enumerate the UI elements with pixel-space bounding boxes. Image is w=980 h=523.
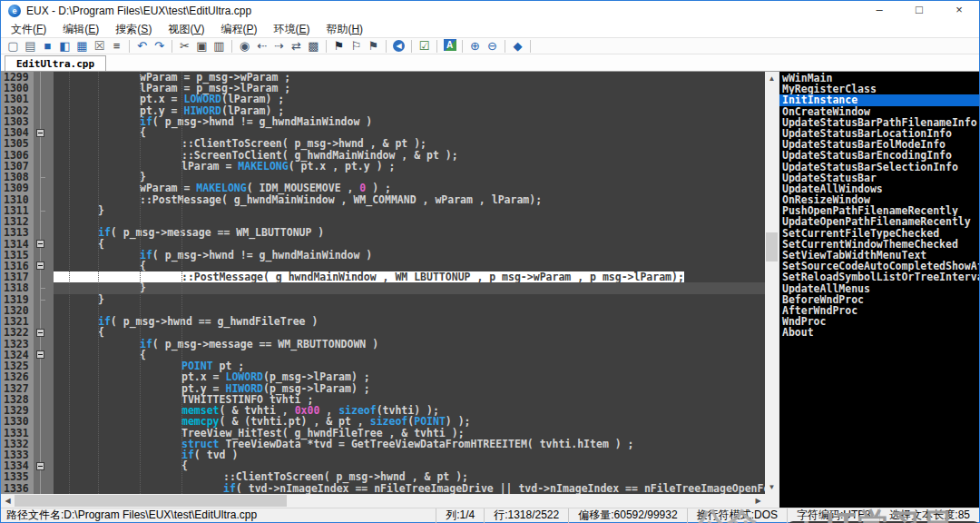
menu-view[interactable]: 视图(V) (160, 21, 212, 37)
symbol-list-item[interactable]: UpdateAllWindows (779, 183, 979, 194)
fold-cell[interactable] (34, 261, 54, 271)
code-line[interactable]: if( p_msg->message == WM_LBUTTONUP ) (54, 227, 765, 238)
zoom-out-button[interactable]: ⊖ (484, 38, 501, 54)
save-all-button[interactable]: ▦ (74, 38, 91, 54)
symbol-list-item[interactable]: UpdateOpenPathFilenameRecently (779, 216, 979, 227)
fold-collapse-icon[interactable] (36, 262, 44, 270)
code-line[interactable]: ::ScreenToClient( g_hwndMainWindow , & p… (54, 150, 765, 161)
fold-collapse-icon[interactable] (36, 329, 44, 337)
fold-collapse-icon[interactable] (36, 350, 44, 359)
symbol-list-item[interactable]: PushOpenPathFilenameRecently (779, 205, 979, 216)
previous-bookmark-button[interactable]: ⚐ (348, 38, 365, 54)
menu-search[interactable]: 搜索(S) (107, 21, 160, 37)
symbol-list-item[interactable]: About (779, 327, 979, 338)
fold-cell[interactable] (34, 239, 54, 250)
code-line[interactable]: } (54, 205, 765, 216)
symbol-list-item[interactable]: MyRegisterClass (779, 84, 979, 94)
code-line[interactable]: POINT pt ; (54, 360, 765, 371)
fold-cell[interactable] (34, 127, 54, 138)
next-bookmark-button[interactable]: ⚑ (365, 38, 382, 54)
symbol-list-item[interactable]: wWinMain (779, 73, 979, 84)
code-line[interactable]: { (54, 350, 765, 360)
close-button[interactable]: × (939, 1, 979, 21)
code-line[interactable]: if( p_msg->hwnd == g_hwndFileTree ) (54, 316, 765, 327)
code-line[interactable]: } (54, 282, 765, 293)
symbol-list-item[interactable]: InitInstance (779, 94, 979, 105)
replace-button[interactable]: ⇄ (288, 38, 305, 54)
find-button[interactable]: ◉ (236, 38, 253, 54)
undo-button[interactable]: ↶ (133, 38, 151, 54)
code-line[interactable]: if( p_msg->hwnd != g_hwndMainWindow ) (54, 250, 765, 261)
symbol-list-item[interactable]: UpdateStatusBarPathFilenameInfo (779, 117, 979, 128)
symbol-list-item[interactable]: SetCurrentFileTypeChecked (779, 228, 979, 239)
symbol-list-item[interactable]: SetCurrentWindowThemeChecked (779, 239, 979, 250)
symbol-list-item[interactable]: OnResizeWindow (779, 194, 979, 205)
scroll-up-arrow-icon[interactable]: ▲ (765, 72, 779, 85)
about-button[interactable]: ◆ (509, 38, 526, 54)
find-next-button[interactable]: ⇢ (270, 38, 288, 54)
fold-cell[interactable] (34, 327, 54, 338)
symbol-list-item[interactable]: UpdateStatusBarEncodingInfo (779, 150, 979, 161)
code-line[interactable]: if( tvd ) (54, 449, 765, 460)
scroll-left-arrow-icon[interactable]: ◀ (1, 494, 15, 508)
symbol-list-item[interactable]: UpdateStatusBarSelectionInfo (779, 162, 979, 173)
cut-button[interactable]: ✂ (176, 38, 193, 54)
minimize-button[interactable]: – (859, 1, 899, 21)
symbol-list-item[interactable]: WndProc (779, 316, 979, 327)
new-file-button[interactable]: ▢ (5, 38, 22, 54)
code-line[interactable]: struct TreeViewData *tvd = GetTreeViewDa… (54, 439, 765, 449)
close-file-button[interactable]: ☒ (91, 38, 108, 54)
line-ending-settings-button[interactable]: ☑ (416, 38, 433, 54)
code-text[interactable]: wParam = p_msg->wParam ;lParam = p_msg->… (54, 72, 765, 494)
code-line[interactable]: lParam = MAKELONG( pt.x , pt.y ) ; (54, 161, 765, 172)
file-list-button[interactable]: ≡ (108, 38, 125, 54)
symbol-list-item[interactable]: UpdateStatusBar (779, 173, 979, 183)
code-line[interactable]: if( p_msg->hwnd != g_hwndMainWindow ) (54, 116, 765, 127)
code-line[interactable]: if( tvd->nImageIndex == nFileTreeImageDr… (54, 483, 765, 494)
symbol-list-item[interactable]: AfterWndProc (779, 305, 979, 316)
menu-help[interactable]: 帮助(H) (318, 21, 371, 37)
symbol-list-item[interactable]: UpdateStatusBarLocationInfo (779, 128, 979, 139)
open-file-button[interactable]: ▤ (22, 38, 39, 54)
save-as-button[interactable]: ◧ (56, 38, 74, 54)
code-line[interactable]: ::PostMessage( g_hwndMainWindow , WM_LBU… (54, 271, 765, 282)
copy-button[interactable]: ▣ (193, 38, 211, 54)
paste-button[interactable]: ▥ (211, 38, 228, 54)
fold-collapse-icon[interactable] (36, 129, 44, 137)
horizontal-scroll-thumb[interactable] (15, 495, 287, 507)
syntax-highlighting-button[interactable]: A (441, 38, 458, 54)
toggle-bookmark-button[interactable]: ⚑ (330, 38, 348, 54)
tab-editultra-cpp[interactable]: EditUltra.cpp (5, 55, 106, 71)
code-line[interactable]: ::PostMessage( g_hwndMainWindow , WM_COM… (54, 194, 765, 205)
scroll-down-arrow-icon[interactable]: ▼ (765, 480, 779, 494)
scroll-right-arrow-icon[interactable]: ▶ (751, 494, 765, 508)
vertical-scrollbar[interactable]: ▲ ▼ (765, 72, 779, 494)
maximize-button[interactable]: □ (899, 1, 939, 21)
vertical-scroll-thumb[interactable] (766, 232, 778, 262)
fold-collapse-icon[interactable] (36, 240, 44, 248)
symbol-list-item[interactable]: SetSourceCodeAutoCompletedShowAfter (779, 261, 979, 271)
symbol-list-item[interactable]: BeforeWndProc (779, 294, 979, 305)
symbol-list-item[interactable]: OnCreateWindow (779, 106, 979, 117)
menu-program[interactable]: 编程(P) (212, 21, 265, 37)
symbol-list-item[interactable]: UpdateAllMenus (779, 283, 979, 294)
menu-environment[interactable]: 环境(E) (265, 21, 318, 37)
fold-cell[interactable] (34, 460, 54, 471)
save-button[interactable]: ■ (39, 38, 56, 54)
horizontal-scrollbar[interactable]: ◀ ▶ (1, 494, 779, 508)
code-line[interactable]: pt.x = LOWORD(p_msg->lParam) ; (54, 371, 765, 382)
menu-edit[interactable]: 编辑(E) (54, 21, 107, 37)
navigate-back-button[interactable]: ◀ (390, 38, 407, 54)
code-line[interactable]: if( p_msg->message == WM_RBUTTONDOWN ) (54, 339, 765, 350)
symbol-list-item[interactable]: SetReloadSymbolListOrTreeIntervalMe (779, 271, 979, 282)
redo-button[interactable]: ↷ (151, 38, 168, 54)
code-line[interactable]: pt.y = HIWORD(p_msg->lParam) ; (54, 383, 765, 394)
code-line[interactable]: } (54, 294, 765, 305)
menu-file[interactable]: 文件(F) (3, 21, 54, 37)
zoom-in-button[interactable]: ⊕ (466, 38, 484, 54)
fold-cell[interactable] (34, 350, 54, 360)
find-previous-button[interactable]: ⇠ (253, 38, 270, 54)
fold-collapse-icon[interactable] (36, 462, 44, 470)
symbol-list-item[interactable]: SetViewTabWidthMenuText (779, 250, 979, 261)
replace-in-files-button[interactable]: ▩ (305, 38, 322, 54)
